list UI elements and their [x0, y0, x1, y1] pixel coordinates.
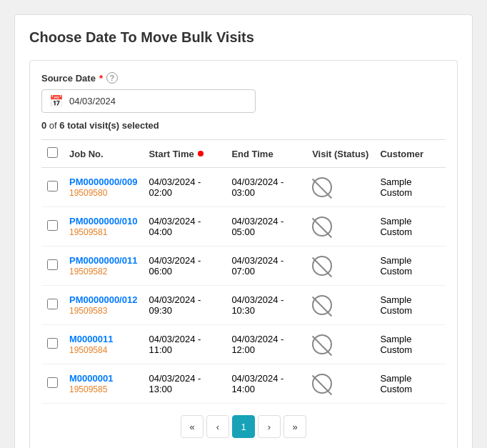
row-status [306, 247, 374, 286]
date-input-wrapper[interactable]: 📅 04/03/2024 [41, 89, 256, 113]
col-start-time[interactable]: Start Time [143, 140, 226, 168]
visit-id: 19509585 [69, 384, 107, 394]
select-all-col [41, 140, 64, 168]
table-row: PM0000000/009 19509580 04/03/2024 - 02:0… [41, 168, 446, 207]
calendar-icon: 📅 [49, 94, 64, 108]
visit-id: 19509582 [69, 267, 107, 277]
row-job-no-cell: M0000011 19509584 [64, 325, 143, 364]
row-customer: Sample Custom [374, 207, 446, 247]
table-body: PM0000000/009 19509580 04/03/2024 - 02:0… [41, 168, 446, 404]
page-1-button[interactable]: 1 [232, 415, 255, 438]
row-job-no-cell: M0000001 19509585 [64, 364, 143, 404]
pagination: « ‹ 1 › » [41, 415, 446, 438]
total-count: 6 [59, 120, 64, 131]
status-icon [312, 256, 332, 276]
col-customer: Customer [374, 140, 446, 168]
row-status [306, 168, 374, 207]
col-job-no: Job No. [64, 140, 143, 168]
visit-id: 19509583 [69, 306, 107, 316]
job-no-link[interactable]: PM0000000/009 [69, 176, 137, 187]
visit-id: 19509584 [69, 345, 107, 355]
row-start-time: 04/03/2024 - 04:00 [143, 207, 226, 247]
row-end-time: 04/03/2024 - 07:00 [226, 247, 306, 286]
visits-table: Job No. Start Time End Time Visit (Statu… [41, 139, 446, 404]
page-title: Choose Date To Move Bulk Visits [29, 29, 458, 46]
job-no-link[interactable]: PM0000000/012 [69, 294, 137, 305]
job-no-link[interactable]: M0000001 [69, 373, 137, 384]
row-checkbox-4[interactable] [47, 338, 58, 349]
status-icon [312, 295, 332, 315]
row-job-no-cell: PM0000000/011 19509582 [64, 247, 143, 286]
row-job-no-cell: PM0000000/012 19509583 [64, 286, 143, 325]
row-checkbox-0[interactable] [47, 181, 58, 191]
row-checkbox-cell [41, 207, 64, 247]
status-icon [312, 334, 332, 354]
col-end-time: End Time [226, 140, 306, 168]
row-start-time: 04/03/2024 - 13:00 [143, 364, 226, 404]
selection-text: total visit(s) selected [67, 120, 159, 131]
row-checkbox-5[interactable] [47, 377, 58, 388]
row-checkbox-1[interactable] [47, 220, 58, 231]
row-checkbox-cell [41, 247, 64, 286]
row-customer: Sample Custom [374, 247, 446, 286]
start-time-label: Start Time [149, 149, 194, 159]
row-customer: Sample Custom [374, 286, 446, 325]
row-status [306, 364, 374, 404]
row-start-time: 04/03/2024 - 09:30 [143, 286, 226, 325]
row-status [306, 325, 374, 364]
row-end-time: 04/03/2024 - 10:30 [226, 286, 306, 325]
status-icon [312, 374, 332, 394]
prev-page-button[interactable]: ‹ [206, 415, 229, 438]
job-no-link[interactable]: M0000011 [69, 334, 137, 344]
status-icon [312, 177, 332, 197]
row-end-time: 04/03/2024 - 14:00 [226, 364, 306, 404]
table-header-row: Job No. Start Time End Time Visit (Statu… [41, 140, 446, 168]
row-end-time: 04/03/2024 - 12:00 [226, 325, 306, 364]
row-checkbox-cell [41, 168, 64, 207]
row-checkbox-cell [41, 325, 64, 364]
help-icon[interactable]: ? [106, 72, 118, 84]
row-checkbox-cell [41, 364, 64, 404]
row-customer: Sample Custom [374, 168, 446, 207]
visit-id: 19509580 [69, 188, 107, 198]
content-card: Source Date * ? 📅 04/03/2024 0 of 6 tota… [29, 60, 458, 448]
job-no-link[interactable]: PM0000000/011 [69, 255, 137, 266]
col-visit-status: Visit (Status) [306, 140, 374, 168]
row-checkbox-cell [41, 286, 64, 325]
table-row: M0000011 19509584 04/03/2024 - 11:00 04/… [41, 325, 446, 364]
row-start-time: 04/03/2024 - 11:00 [143, 325, 226, 364]
selected-count: 0 [41, 120, 46, 131]
table-row: PM0000000/010 19509581 04/03/2024 - 04:0… [41, 207, 446, 247]
row-customer: Sample Custom [374, 325, 446, 364]
row-customer: Sample Custom [374, 364, 446, 404]
table-row: PM0000000/012 19509583 04/03/2024 - 09:3… [41, 286, 446, 325]
table-row: PM0000000/011 19509582 04/03/2024 - 06:0… [41, 247, 446, 286]
first-page-button[interactable]: « [181, 415, 204, 438]
next-page-button[interactable]: › [258, 415, 281, 438]
row-job-no-cell: PM0000000/010 19509581 [64, 207, 143, 247]
select-all-checkbox[interactable] [47, 147, 58, 158]
row-checkbox-3[interactable] [47, 299, 58, 309]
visit-id: 19509581 [69, 227, 107, 237]
required-indicator: * [99, 73, 103, 84]
table-row: M0000001 19509585 04/03/2024 - 13:00 04/… [41, 364, 446, 404]
source-date-label: Source Date * ? [41, 72, 446, 84]
selection-info: 0 of 6 total visit(s) selected [41, 120, 446, 131]
row-status [306, 207, 374, 247]
row-end-time: 04/03/2024 - 05:00 [226, 207, 306, 247]
row-status [306, 286, 374, 325]
status-icon [312, 216, 332, 237]
date-value: 04/03/2024 [69, 96, 116, 106]
main-container: Choose Date To Move Bulk Visits Source D… [14, 14, 473, 448]
row-start-time: 04/03/2024 - 06:00 [143, 247, 226, 286]
table-wrapper: Job No. Start Time End Time Visit (Statu… [41, 139, 446, 404]
last-page-button[interactable]: » [283, 415, 306, 438]
row-checkbox-2[interactable] [47, 259, 58, 270]
row-job-no-cell: PM0000000/009 19509580 [64, 168, 143, 207]
row-end-time: 04/03/2024 - 03:00 [226, 168, 306, 207]
sort-indicator [198, 151, 204, 156]
source-date-text: Source Date [41, 73, 96, 84]
job-no-link[interactable]: PM0000000/010 [69, 216, 137, 227]
row-start-time: 04/03/2024 - 02:00 [143, 168, 226, 207]
